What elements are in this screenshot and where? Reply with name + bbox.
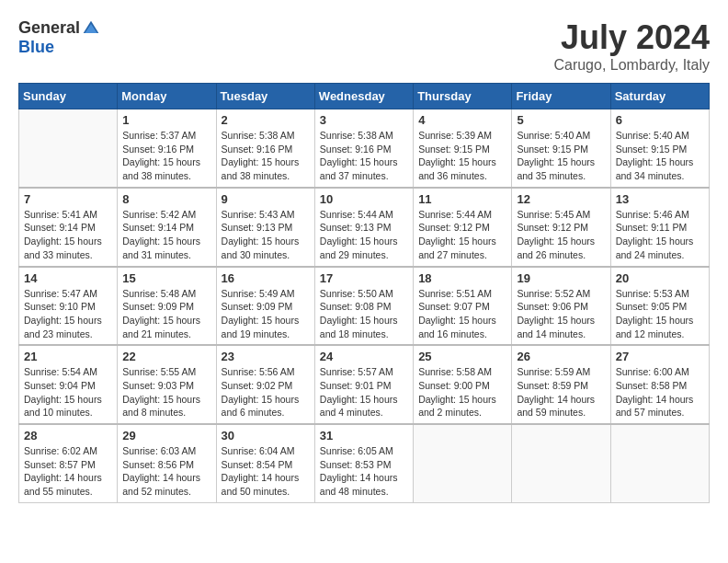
calendar-cell: 17Sunrise: 5:50 AM Sunset: 9:08 PM Dayli… [314, 267, 413, 346]
day-number: 26 [517, 350, 605, 363]
calendar-cell: 2Sunrise: 5:38 AM Sunset: 9:16 PM Daylig… [216, 109, 314, 188]
calendar-cell: 31Sunrise: 6:05 AM Sunset: 8:53 PM Dayli… [314, 424, 413, 502]
day-info: Sunrise: 5:53 AM Sunset: 9:05 PM Dayligh… [616, 287, 704, 341]
day-number: 21 [24, 350, 112, 363]
day-info: Sunrise: 5:44 AM Sunset: 9:12 PM Dayligh… [418, 208, 506, 262]
calendar-cell: 29Sunrise: 6:03 AM Sunset: 8:56 PM Dayli… [118, 424, 216, 502]
day-info: Sunrise: 5:39 AM Sunset: 9:15 PM Dayligh… [418, 129, 506, 183]
day-number: 13 [616, 192, 704, 206]
calendar-week-row: 28Sunrise: 6:02 AM Sunset: 8:57 PM Dayli… [19, 424, 710, 502]
day-info: Sunrise: 5:57 AM Sunset: 9:01 PM Dayligh… [320, 365, 408, 419]
location-text: Carugo, Lombardy, Italy [553, 57, 710, 74]
day-number: 24 [320, 350, 408, 363]
day-number: 23 [222, 350, 310, 363]
calendar-cell: 9Sunrise: 5:43 AM Sunset: 9:13 PM Daylig… [216, 188, 314, 267]
day-info: Sunrise: 5:58 AM Sunset: 9:00 PM Dayligh… [418, 365, 506, 419]
calendar-cell: 8Sunrise: 5:42 AM Sunset: 9:14 PM Daylig… [118, 188, 216, 267]
day-number: 31 [320, 429, 408, 442]
day-info: Sunrise: 5:40 AM Sunset: 9:15 PM Dayligh… [616, 129, 704, 183]
day-info: Sunrise: 6:04 AM Sunset: 8:54 PM Dayligh… [222, 444, 310, 499]
calendar-header-wednesday: Wednesday [314, 84, 413, 109]
day-info: Sunrise: 5:41 AM Sunset: 9:14 PM Dayligh… [24, 208, 112, 262]
calendar-cell: 1Sunrise: 5:37 AM Sunset: 9:16 PM Daylig… [118, 109, 216, 188]
calendar-cell: 18Sunrise: 5:51 AM Sunset: 9:07 PM Dayli… [414, 267, 512, 346]
day-info: Sunrise: 6:05 AM Sunset: 8:53 PM Dayligh… [320, 444, 408, 499]
day-info: Sunrise: 5:55 AM Sunset: 9:03 PM Dayligh… [122, 365, 210, 419]
day-info: Sunrise: 6:00 AM Sunset: 8:58 PM Dayligh… [616, 365, 704, 419]
day-info: Sunrise: 5:54 AM Sunset: 9:04 PM Dayligh… [24, 365, 112, 419]
day-info: Sunrise: 5:37 AM Sunset: 9:16 PM Dayligh… [122, 129, 210, 183]
logo-icon [82, 19, 100, 38]
calendar-cell: 22Sunrise: 5:55 AM Sunset: 9:03 PM Dayli… [118, 345, 216, 424]
day-info: Sunrise: 5:42 AM Sunset: 9:14 PM Dayligh… [122, 208, 210, 262]
day-info: Sunrise: 5:44 AM Sunset: 9:13 PM Dayligh… [320, 208, 408, 262]
calendar-header-thursday: Thursday [414, 84, 512, 109]
calendar-cell: 15Sunrise: 5:48 AM Sunset: 9:09 PM Dayli… [118, 267, 216, 346]
day-number: 22 [122, 350, 210, 363]
day-number: 10 [320, 192, 408, 206]
calendar-table: SundayMondayTuesdayWednesdayThursdayFrid… [18, 83, 710, 503]
calendar-cell [414, 424, 512, 502]
day-number: 18 [418, 271, 506, 285]
calendar-cell: 3Sunrise: 5:38 AM Sunset: 9:16 PM Daylig… [314, 109, 413, 188]
calendar-header-monday: Monday [118, 84, 216, 109]
calendar-cell: 13Sunrise: 5:46 AM Sunset: 9:11 PM Dayli… [610, 188, 709, 267]
calendar-header-saturday: Saturday [610, 84, 709, 109]
day-info: Sunrise: 5:38 AM Sunset: 9:16 PM Dayligh… [320, 129, 408, 183]
day-info: Sunrise: 5:56 AM Sunset: 9:02 PM Dayligh… [222, 365, 310, 419]
day-number: 1 [122, 113, 210, 127]
day-number: 6 [616, 113, 704, 127]
day-number: 30 [222, 429, 310, 442]
day-number: 7 [24, 192, 112, 206]
day-number: 16 [222, 271, 310, 285]
calendar-header-tuesday: Tuesday [216, 84, 314, 109]
calendar-cell: 14Sunrise: 5:47 AM Sunset: 9:10 PM Dayli… [19, 267, 118, 346]
logo: General Blue [18, 18, 100, 57]
day-number: 4 [418, 113, 506, 127]
day-number: 5 [517, 113, 605, 127]
calendar-cell: 23Sunrise: 5:56 AM Sunset: 9:02 PM Dayli… [216, 345, 314, 424]
day-info: Sunrise: 5:51 AM Sunset: 9:07 PM Dayligh… [418, 287, 506, 341]
calendar-header-row: SundayMondayTuesdayWednesdayThursdayFrid… [19, 84, 710, 109]
calendar-cell: 7Sunrise: 5:41 AM Sunset: 9:14 PM Daylig… [19, 188, 118, 267]
day-number: 3 [320, 113, 408, 127]
day-number: 14 [24, 271, 112, 285]
day-number: 2 [222, 113, 310, 127]
logo-general-text: General [18, 18, 80, 38]
calendar-header-sunday: Sunday [19, 84, 118, 109]
day-info: Sunrise: 5:40 AM Sunset: 9:15 PM Dayligh… [517, 129, 605, 183]
month-title: July 2024 [553, 18, 710, 57]
day-info: Sunrise: 6:02 AM Sunset: 8:57 PM Dayligh… [24, 444, 112, 499]
day-number: 29 [122, 429, 210, 442]
calendar-cell: 30Sunrise: 6:04 AM Sunset: 8:54 PM Dayli… [216, 424, 314, 502]
logo-blue-text: Blue [18, 38, 54, 57]
day-number: 28 [24, 429, 112, 442]
day-number: 15 [122, 271, 210, 285]
calendar-cell: 26Sunrise: 5:59 AM Sunset: 8:59 PM Dayli… [512, 345, 610, 424]
calendar-cell: 5Sunrise: 5:40 AM Sunset: 9:15 PM Daylig… [512, 109, 610, 188]
day-number: 19 [517, 271, 605, 285]
day-info: Sunrise: 5:45 AM Sunset: 9:12 PM Dayligh… [517, 208, 605, 262]
calendar-week-row: 14Sunrise: 5:47 AM Sunset: 9:10 PM Dayli… [19, 267, 710, 346]
day-info: Sunrise: 5:59 AM Sunset: 8:59 PM Dayligh… [517, 365, 605, 419]
calendar-week-row: 21Sunrise: 5:54 AM Sunset: 9:04 PM Dayli… [19, 345, 710, 424]
day-number: 25 [418, 350, 506, 363]
page-header: General Blue July 2024 Carugo, Lombardy,… [18, 18, 710, 74]
calendar-cell: 27Sunrise: 6:00 AM Sunset: 8:58 PM Dayli… [610, 345, 709, 424]
day-number: 8 [122, 192, 210, 206]
title-section: July 2024 Carugo, Lombardy, Italy [553, 18, 710, 74]
day-info: Sunrise: 5:52 AM Sunset: 9:06 PM Dayligh… [517, 287, 605, 341]
calendar-cell [512, 424, 610, 502]
calendar-cell [610, 424, 709, 502]
calendar-cell: 11Sunrise: 5:44 AM Sunset: 9:12 PM Dayli… [414, 188, 512, 267]
calendar-cell: 20Sunrise: 5:53 AM Sunset: 9:05 PM Dayli… [610, 267, 709, 346]
day-info: Sunrise: 5:38 AM Sunset: 9:16 PM Dayligh… [222, 129, 310, 183]
day-info: Sunrise: 5:49 AM Sunset: 9:09 PM Dayligh… [222, 287, 310, 341]
calendar-week-row: 7Sunrise: 5:41 AM Sunset: 9:14 PM Daylig… [19, 188, 710, 267]
day-number: 27 [616, 350, 704, 363]
day-number: 9 [222, 192, 310, 206]
day-info: Sunrise: 6:03 AM Sunset: 8:56 PM Dayligh… [122, 444, 210, 499]
day-info: Sunrise: 5:47 AM Sunset: 9:10 PM Dayligh… [24, 287, 112, 341]
calendar-cell: 21Sunrise: 5:54 AM Sunset: 9:04 PM Dayli… [19, 345, 118, 424]
day-number: 17 [320, 271, 408, 285]
